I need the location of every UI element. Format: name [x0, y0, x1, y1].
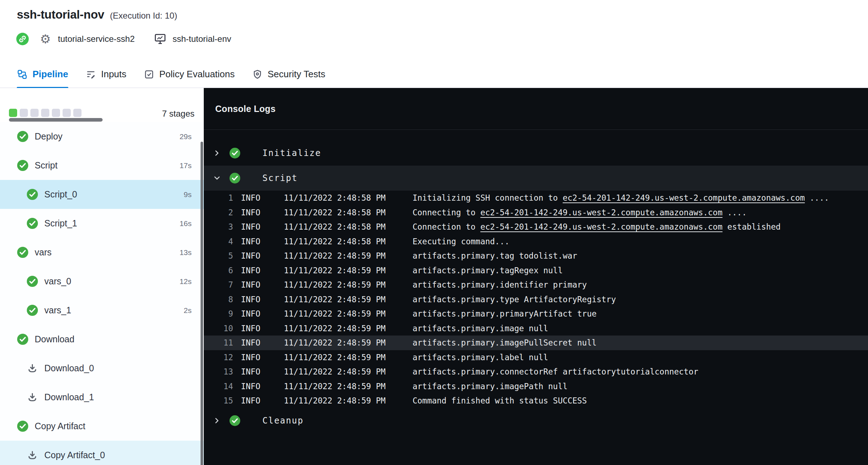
stage-item-vars[interactable]: vars13s: [0, 238, 204, 267]
log-line-11: 11INFO11/11/2022 2:48:59 PMartifacts.pri…: [204, 336, 868, 350]
tab-security-tests[interactable]: Security Tests: [252, 61, 325, 88]
gear-icon: ⚙: [39, 32, 52, 46]
stage-label: vars_1: [44, 305, 184, 315]
log-text: Executing command...: [413, 237, 509, 246]
log-text: artifacts.primary.connectorRef artifacto…: [413, 367, 698, 376]
log-line-8: 8INFO11/11/2022 2:48:59 PMartifacts.prim…: [204, 292, 868, 307]
log-section-title: Initialize: [262, 148, 321, 158]
log-level: INFO: [241, 338, 284, 347]
log-line-number: 11: [204, 338, 233, 347]
download-step-icon: [27, 450, 38, 461]
progress-segment-7: [73, 109, 82, 117]
log-section-header-initialize[interactable]: Initialize: [204, 141, 868, 166]
step-item-script-0[interactable]: Script_09s: [0, 180, 204, 209]
log-message: Executing command...: [413, 237, 509, 246]
step-item-vars-0[interactable]: vars_012s: [0, 267, 204, 296]
horizontal-scrollbar-thumb[interactable]: [9, 118, 103, 122]
environment-name[interactable]: ssh-tutorial-env: [173, 34, 231, 44]
service-environment-row: ⚙ tutorial-service-ssh2 ssh-tutorial-env: [16, 32, 231, 46]
progress-segment-1: [9, 109, 17, 117]
log-timestamp: 11/11/2022 2:48:59 PM: [284, 251, 413, 260]
log-timestamp: 11/11/2022 2:48:59 PM: [284, 396, 413, 405]
log-section-header-script[interactable]: Script: [204, 166, 868, 191]
log-line-6: 6INFO11/11/2022 2:48:59 PMartifacts.prim…: [204, 263, 868, 278]
log-section-header-cleanup[interactable]: Cleanup: [204, 408, 868, 433]
log-line-number: 15: [204, 396, 233, 405]
tab-inputs[interactable]: Inputs: [85, 61, 127, 88]
log-message: Connection to ec2-54-201-142-249.us-west…: [413, 222, 781, 231]
stage-label: Script: [35, 160, 179, 171]
chevron-down-icon[interactable]: [213, 174, 221, 182]
success-check-icon: [17, 247, 28, 258]
log-level: INFO: [241, 309, 284, 318]
log-level: INFO: [241, 367, 284, 376]
log-text: artifacts.primary.label null: [413, 353, 548, 362]
progress-segment-2: [20, 109, 28, 117]
log-level: INFO: [241, 237, 284, 246]
step-item-script-1[interactable]: Script_116s: [0, 209, 204, 238]
log-line-number: 14: [204, 382, 233, 391]
success-check-icon: [230, 148, 240, 158]
stage-label: Script_0: [44, 189, 184, 200]
log-timestamp: 11/11/2022 2:48:59 PM: [284, 353, 413, 362]
success-check-icon: [27, 218, 38, 229]
log-message: Command finished with status SUCCESS: [413, 396, 587, 405]
log-line-15: 15INFO11/11/2022 2:48:59 PMCommand finis…: [204, 393, 868, 408]
stage-progress-segments: [9, 109, 82, 117]
log-host-link[interactable]: ec2-54-201-142-249.us-west-2.compute.ama…: [563, 193, 805, 202]
stage-item-script[interactable]: Script17s: [0, 151, 204, 180]
step-item-download-1[interactable]: Download_1: [0, 383, 204, 412]
log-line-3: 3INFO11/11/2022 2:48:58 PMConnection to …: [204, 220, 868, 234]
chevron-right-icon[interactable]: [213, 149, 221, 157]
log-message: Connecting to ec2-54-201-142-249.us-west…: [413, 208, 747, 217]
stage-item-download[interactable]: Download: [0, 325, 204, 354]
log-line-4: 4INFO11/11/2022 2:48:58 PMExecuting comm…: [204, 234, 868, 249]
log-line-2: 2INFO11/11/2022 2:48:58 PMConnecting to …: [204, 205, 868, 220]
log-host-link[interactable]: ec2-54-201-142-249.us-west-2.compute.ama…: [480, 222, 722, 231]
tab-label: Inputs: [101, 69, 127, 80]
stage-duration: 17s: [179, 161, 192, 170]
log-text: established: [722, 222, 781, 231]
log-timestamp: 11/11/2022 2:48:59 PM: [284, 295, 413, 304]
step-item-vars-1[interactable]: vars_12s: [0, 296, 204, 325]
progress-segment-3: [30, 109, 39, 117]
service-name[interactable]: tutorial-service-ssh2: [58, 34, 135, 44]
log-line-number: 3: [204, 222, 233, 231]
chevron-right-icon[interactable]: [213, 417, 221, 425]
log-message: artifacts.primary.primaryArtifact true: [413, 309, 597, 318]
log-line-number: 2: [204, 208, 233, 217]
inputs-icon: [85, 69, 96, 80]
log-message: artifacts.primary.tagRegex null: [413, 266, 563, 275]
tab-policy-evaluations[interactable]: Policy Evaluations: [144, 61, 235, 88]
step-item-copy-artifact-0[interactable]: Copy Artifact_0: [0, 441, 204, 465]
stage-label: vars_0: [44, 276, 179, 287]
success-check-icon: [27, 276, 38, 287]
tab-pipeline[interactable]: Pipeline: [17, 61, 68, 88]
log-text: artifacts.primary.tag todolist.war: [413, 251, 577, 260]
log-level: INFO: [241, 396, 284, 405]
stage-item-deploy[interactable]: Deploy29s: [0, 122, 204, 151]
vertical-scrollbar-thumb[interactable]: [201, 142, 203, 465]
pipeline-icon: [17, 69, 28, 80]
log-timestamp: 11/11/2022 2:48:59 PM: [284, 266, 413, 275]
environment-monitor-icon: [153, 32, 167, 46]
console-header: Console Logs: [204, 88, 868, 130]
progress-segment-4: [41, 109, 49, 117]
log-line-number: 7: [204, 280, 233, 289]
success-check-icon: [17, 421, 28, 432]
stages-progress-header: 7 stages: [0, 88, 204, 122]
stage-label: Download_0: [44, 363, 192, 373]
step-item-download-0[interactable]: Download_0: [0, 354, 204, 383]
stage-label: Script_1: [44, 218, 179, 229]
log-host-link[interactable]: ec2-54-201-142-249.us-west-2.compute.ama…: [480, 208, 722, 217]
log-section-title: Script: [262, 173, 298, 183]
log-text: artifacts.primary.image null: [413, 324, 548, 333]
log-level: INFO: [241, 193, 284, 202]
log-level: INFO: [241, 251, 284, 260]
success-check-icon: [230, 173, 240, 183]
stage-list: Deploy29sScript17sScript_09sScript_116sv…: [0, 122, 204, 465]
log-message: Initializing SSH connection to ec2-54-20…: [413, 193, 829, 202]
log-level: INFO: [241, 324, 284, 333]
stage-item-copy-artifact[interactable]: Copy Artifact: [0, 412, 204, 441]
stage-label: Copy Artifact: [35, 421, 192, 431]
